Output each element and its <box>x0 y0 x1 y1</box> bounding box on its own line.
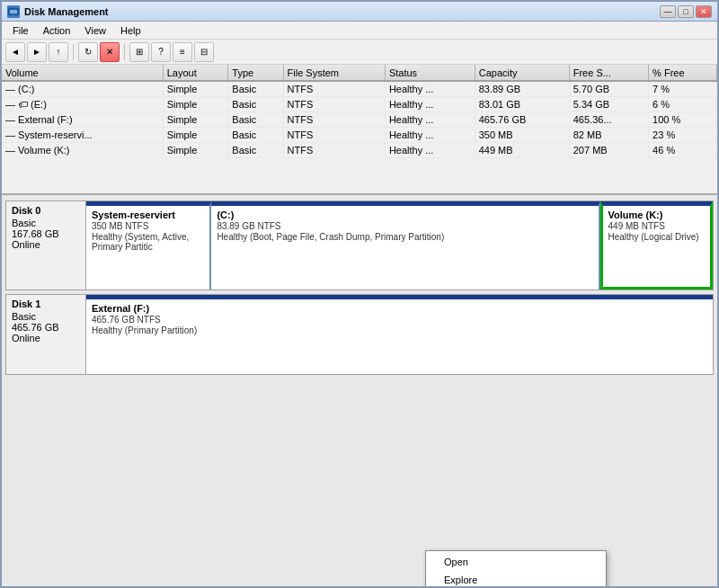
disk1-label: Disk 1 Basic 465.76 GB Online <box>5 294 86 375</box>
cell-layout: Simple <box>163 96 228 111</box>
table-row[interactable]: — Volume (K:) Simple Basic NTFS Healthy … <box>2 142 717 157</box>
minimize-button[interactable]: — <box>660 5 676 18</box>
toolbar-up[interactable]: ↑ <box>49 42 68 62</box>
window-controls: — □ ✕ <box>660 5 712 18</box>
window-title: Disk Management <box>24 6 109 17</box>
disk0-seg-volk[interactable]: Volume (K:) 449 MB NTFS Healthy (Logical… <box>600 201 713 290</box>
cell-status: Healthy ... <box>385 127 475 142</box>
cell-status: Healthy ... <box>385 81 475 96</box>
cell-free: 207 MB <box>569 142 648 157</box>
disk0-label: Disk 0 Basic 167.68 GB Online <box>5 200 86 290</box>
toolbar-sep2 <box>124 44 125 60</box>
cell-status: Healthy ... <box>385 142 475 157</box>
volk-info2: Healthy (Logical Drive) <box>608 232 705 242</box>
disk0-type: Basic <box>12 218 80 228</box>
cell-capacity: 83.89 GB <box>475 81 569 96</box>
cell-capacity: 465.76 GB <box>475 111 569 127</box>
ext-info1: 465.76 GB NTFS <box>92 315 707 325</box>
app-icon <box>7 5 20 18</box>
svg-rect-1 <box>10 10 17 13</box>
cell-status: Healthy ... <box>385 111 475 127</box>
cell-fs: NTFS <box>283 111 385 127</box>
disk1-seg-ext[interactable]: External (F:) 465.76 GB NTFS Healthy (Pr… <box>86 295 713 374</box>
menu-view[interactable]: View <box>77 23 113 38</box>
ext-info2: Healthy (Primary Partition) <box>92 325 707 335</box>
col-volume: Volume <box>2 65 163 81</box>
cell-volume: — System-reservi... <box>2 127 163 142</box>
ctx-explore[interactable]: Explore <box>426 571 606 586</box>
sysreserv-info1: 350 MB NTFS <box>92 221 204 231</box>
c-info2: Healthy (Boot, Page File, Crash Dump, Pr… <box>217 232 592 242</box>
disk-table-body: — (C:) Simple Basic NTFS Healthy ... 83.… <box>2 81 717 157</box>
disk0-seg-sysreserv[interactable]: System-reserviert 350 MB NTFS Healthy (S… <box>86 201 211 290</box>
cell-layout: Simple <box>163 142 228 157</box>
maximize-button[interactable]: □ <box>678 5 694 18</box>
c-title: (C:) <box>217 209 592 220</box>
cell-layout: Simple <box>163 111 228 127</box>
cell-free: 82 MB <box>569 127 648 142</box>
disk0-row: Disk 0 Basic 167.68 GB Online System-res… <box>5 200 714 290</box>
volk-info1: 449 MB NTFS <box>608 221 705 231</box>
table-row[interactable]: — External (F:) Simple Basic NTFS Health… <box>2 111 717 127</box>
menu-file[interactable]: File <box>5 23 36 38</box>
toolbar-refresh[interactable]: ↻ <box>78 42 98 62</box>
disk1-size: 465.76 GB <box>12 322 80 333</box>
cell-free: 5.70 GB <box>569 81 648 96</box>
disk-table: Volume Layout Type File System Status Ca… <box>2 65 717 158</box>
sysreserv-title: System-reserviert <box>92 209 204 220</box>
cell-layout: Simple <box>163 81 228 96</box>
cell-volume: — External (F:) <box>2 111 163 127</box>
app-window: Disk Management — □ ✕ File Action View H… <box>0 0 719 588</box>
cell-type: Basic <box>228 96 283 111</box>
cell-layout: Simple <box>163 127 228 142</box>
cell-capacity: 350 MB <box>475 127 569 142</box>
cell-volume: — Volume (K:) <box>2 142 163 157</box>
toolbar-sep1 <box>73 44 74 60</box>
cell-pct: 7 % <box>649 81 717 96</box>
toolbar-extra1[interactable]: ≡ <box>173 42 192 62</box>
col-type: Type <box>228 65 283 81</box>
cell-pct: 6 % <box>649 96 717 111</box>
toolbar-properties[interactable]: ⊞ <box>129 42 149 62</box>
context-menu: Open Explore Mark Partition as Active Ch… <box>425 550 607 586</box>
disk0-seg-c[interactable]: (C:) 83.89 GB NTFS Healthy (Boot, Page F… <box>211 201 599 290</box>
cell-type: Basic <box>228 127 283 142</box>
volk-title: Volume (K:) <box>608 209 705 220</box>
cell-free: 465.36... <box>569 111 648 127</box>
menu-bar: File Action View Help <box>2 22 717 40</box>
cell-fs: NTFS <box>283 96 385 111</box>
toolbar: ◄ ► ↑ ↻ ✕ ⊞ ? ≡ ⊟ <box>2 40 717 65</box>
toolbar-help[interactable]: ? <box>151 42 171 62</box>
cell-fs: NTFS <box>283 142 385 157</box>
title-bar: Disk Management — □ ✕ <box>2 2 717 22</box>
disk0-visual: System-reserviert 350 MB NTFS Healthy (S… <box>86 200 714 290</box>
cell-pct: 46 % <box>649 142 717 157</box>
cell-type: Basic <box>228 142 283 157</box>
cell-capacity: 83.01 GB <box>475 96 569 111</box>
ctx-open[interactable]: Open <box>426 553 606 571</box>
table-row[interactable]: — (C:) Simple Basic NTFS Healthy ... 83.… <box>2 81 717 96</box>
svg-point-2 <box>13 14 14 16</box>
toolbar-back[interactable]: ◄ <box>5 42 25 62</box>
cell-fs: NTFS <box>283 81 385 96</box>
table-row[interactable]: — System-reservi... Simple Basic NTFS He… <box>2 127 717 142</box>
cell-type: Basic <box>228 81 283 96</box>
col-free: Free S... <box>569 65 648 81</box>
col-capacity: Capacity <box>475 65 569 81</box>
disk1-row: Disk 1 Basic 465.76 GB Online External (… <box>5 294 714 375</box>
disk1-name: Disk 1 <box>12 298 80 309</box>
menu-help[interactable]: Help <box>113 23 148 38</box>
toolbar-forward[interactable]: ► <box>27 42 47 62</box>
table-row[interactable]: — 🏷 (E:) Simple Basic NTFS Healthy ... 8… <box>2 96 717 111</box>
close-button[interactable]: ✕ <box>696 5 712 18</box>
disk1-type: Basic <box>12 311 80 322</box>
cell-fs: NTFS <box>283 127 385 142</box>
menu-action[interactable]: Action <box>36 23 78 38</box>
toolbar-stop[interactable]: ✕ <box>100 42 120 62</box>
toolbar-extra2[interactable]: ⊟ <box>194 42 214 62</box>
sysreserv-info2: Healthy (System, Active, Primary Partiti… <box>92 232 204 252</box>
disk1-visual: External (F:) 465.76 GB NTFS Healthy (Pr… <box>86 294 714 375</box>
cell-type: Basic <box>228 111 283 127</box>
disk1-status: Online <box>12 333 80 343</box>
cell-status: Healthy ... <box>385 96 475 111</box>
